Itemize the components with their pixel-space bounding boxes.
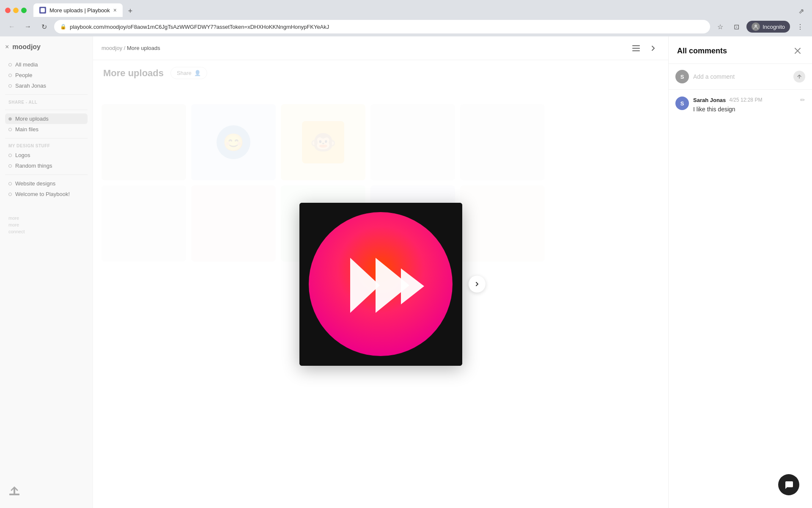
browser-titlebar: More uploads | Playbook × + ⇗ xyxy=(0,0,812,17)
sidebar: × moodjoy All media People Sarah Jonas S… xyxy=(0,36,93,508)
view-options-button[interactable] xyxy=(629,41,643,55)
sidebar-label-website-designs: Website designs xyxy=(15,180,55,187)
comment-close-button[interactable] xyxy=(792,45,804,57)
sidebar-label-sarah-jonas: Sarah Jonas xyxy=(15,83,46,89)
comment-input-area: S xyxy=(669,64,812,90)
extensions-button[interactable]: ⊡ xyxy=(730,21,742,33)
commenter-avatar: S xyxy=(675,97,689,110)
sidebar-item-logos[interactable]: Logos xyxy=(5,150,88,160)
featured-image xyxy=(299,203,462,366)
comment-header: All comments xyxy=(669,36,812,64)
sidebar-section-title-share: Share - All xyxy=(5,98,88,106)
sidebar-label-random-things: Random things xyxy=(15,163,52,169)
bullet-icon xyxy=(8,164,12,168)
sidebar-item-sarah-jonas[interactable]: Sarah Jonas xyxy=(5,80,88,91)
new-tab-button[interactable]: + xyxy=(124,5,136,17)
svg-rect-2 xyxy=(9,494,19,495)
sidebar-more-items: more more connect xyxy=(5,212,88,237)
upload-icon[interactable] xyxy=(8,486,20,500)
lock-icon: 🔒 xyxy=(60,24,66,30)
comment-meta: Sarah Jonas 4/25 12:28 PM ✏ xyxy=(693,97,805,103)
commenter-initial: S xyxy=(680,100,684,107)
svg-rect-0 xyxy=(41,8,45,12)
bullet-icon xyxy=(8,74,12,77)
featured-image-wrapper xyxy=(299,203,462,366)
sidebar-label-people: People xyxy=(15,72,32,78)
bullet-icon xyxy=(8,182,12,185)
comment-input-field[interactable] xyxy=(693,73,789,80)
current-user-avatar: S xyxy=(675,70,689,83)
sidebar-folders-section: More uploads Main files xyxy=(5,113,88,135)
send-comment-button[interactable] xyxy=(793,71,805,83)
tab-close-button[interactable]: × xyxy=(113,7,117,14)
sidebar-design-section: My design stuff Logos Random things xyxy=(5,142,88,171)
bullet-icon xyxy=(8,154,12,157)
bullet-icon xyxy=(8,193,12,196)
content-actions xyxy=(629,41,660,55)
sidebar-media-section: All media People Sarah Jonas xyxy=(5,59,88,91)
content-topbar: moodjoy / More uploads xyxy=(93,36,668,60)
sidebar-item-random-things[interactable]: Random things xyxy=(5,160,88,171)
comment-list: S Sarah Jonas 4/25 12:28 PM ✏ I like thi… xyxy=(669,90,812,508)
active-tab[interactable]: More uploads | Playbook × xyxy=(33,3,123,17)
sidebar-item-welcome[interactable]: Welcome to Playbook! xyxy=(5,189,88,199)
bullet-icon xyxy=(8,84,12,88)
forward-button[interactable] xyxy=(646,41,660,55)
chat-button[interactable] xyxy=(778,474,799,495)
svg-rect-5 xyxy=(632,48,640,49)
bullet-icon xyxy=(8,117,12,121)
close-sidebar-button[interactable]: × xyxy=(5,43,9,51)
incognito-icon xyxy=(752,22,760,31)
sidebar-label-all-media: All media xyxy=(15,61,38,68)
incognito-label: Incognito xyxy=(763,24,785,30)
sidebar-divider-3 xyxy=(5,138,88,138)
incognito-button[interactable]: Incognito xyxy=(746,21,790,33)
sidebar-label-logos: Logos xyxy=(15,152,30,158)
tab-favicon xyxy=(39,7,46,14)
close-window-button[interactable] xyxy=(5,8,11,13)
next-image-button[interactable] xyxy=(469,276,486,293)
back-button[interactable]: ← xyxy=(6,21,18,33)
comment-item: S Sarah Jonas 4/25 12:28 PM ✏ I like thi… xyxy=(675,97,805,114)
minimize-window-button[interactable] xyxy=(13,8,19,13)
sidebar-label-welcome: Welcome to Playbook! xyxy=(15,191,70,197)
logo-text: moodjoy xyxy=(12,43,41,51)
main-container: × moodjoy All media People Sarah Jonas S… xyxy=(0,36,812,508)
breadcrumb-root: moodjoy xyxy=(102,45,122,51)
browser-nav: ← → ↻ 🔒 playbook.com/moodjoy/oF8aow1mC6J… xyxy=(0,17,812,36)
sidebar-item-more-uploads[interactable]: More uploads xyxy=(5,113,88,124)
traffic-lights xyxy=(5,8,27,13)
sidebar-item-main-files[interactable]: Main files xyxy=(5,124,88,135)
sidebar-item-website-designs[interactable]: Website designs xyxy=(5,178,88,189)
svg-rect-4 xyxy=(632,45,640,46)
svg-rect-6 xyxy=(632,50,640,51)
comment-body: Sarah Jonas 4/25 12:28 PM ✏ I like this … xyxy=(693,97,805,114)
comment-panel-title: All comments xyxy=(677,47,727,55)
tab-title: More uploads | Playbook xyxy=(49,7,110,14)
maximize-window-button[interactable] xyxy=(21,8,27,13)
bookmark-button[interactable]: ☆ xyxy=(714,21,726,33)
menu-button[interactable]: ⋮ xyxy=(794,21,806,33)
comment-time: 4/25 12:28 PM xyxy=(729,97,762,103)
bullet-icon xyxy=(8,63,12,66)
sidebar-item-all-media[interactable]: All media xyxy=(5,59,88,70)
tab-bar: More uploads | Playbook × + ⇗ xyxy=(33,3,807,17)
sidebar-divider xyxy=(5,94,88,95)
address-bar[interactable]: 🔒 playbook.com/moodjoy/oF8aow1mC6JgTsAzW… xyxy=(54,20,710,33)
content-area: moodjoy / More uploads xyxy=(93,36,668,508)
forward-button[interactable]: → xyxy=(22,21,34,33)
reload-button[interactable]: ↻ xyxy=(38,21,50,33)
breadcrumb-sep: / xyxy=(124,45,127,51)
comment-edit-button[interactable]: ✏ xyxy=(800,97,805,103)
user-initial: S xyxy=(680,74,684,80)
breadcrumb-current: More uploads xyxy=(127,45,160,51)
sidebar-divider-4 xyxy=(5,174,88,175)
svg-point-1 xyxy=(754,25,757,27)
comment-panel: All comments S S xyxy=(668,36,812,508)
sidebar-item-people[interactable]: People xyxy=(5,70,88,80)
address-text: playbook.com/moodjoy/oF8aow1mC6JgTsAzWWG… xyxy=(70,24,704,30)
comment-author: Sarah Jonas xyxy=(693,97,726,103)
sidebar-divider-2 xyxy=(5,110,88,110)
lightbox-overlay[interactable] xyxy=(93,60,668,508)
resize-icon[interactable]: ⇗ xyxy=(795,5,807,17)
